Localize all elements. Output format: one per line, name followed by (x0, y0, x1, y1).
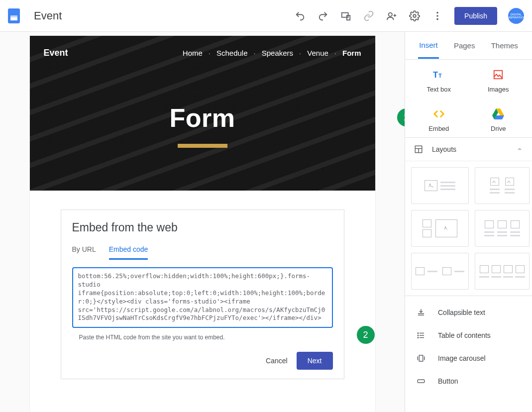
text-box-icon: TT (433, 69, 445, 81)
embed-tab-embed-code[interactable]: Embed code (109, 245, 148, 260)
insert-item-label: Images (488, 86, 509, 93)
svg-point-4 (436, 11, 438, 13)
section-label: Image carousel (438, 354, 486, 362)
account-avatar[interactable]: DIGITAL INSPIRATION (508, 8, 524, 24)
embed-tab-by-url[interactable]: By URL (72, 245, 96, 260)
insert-collapsible-text[interactable]: Collapsible text (405, 301, 532, 324)
page-heading[interactable]: Form (44, 103, 361, 133)
svg-point-6 (436, 18, 438, 20)
section-label: Button (438, 377, 458, 385)
section-label: Table of contents (438, 331, 491, 339)
insert-table-of-contents[interactable]: Table of contents (405, 324, 532, 347)
publish-button[interactable]: Publish (454, 7, 497, 25)
redo-icon[interactable] (317, 10, 329, 22)
collapse-icon[interactable] (516, 146, 523, 153)
cancel-button[interactable]: Cancel (266, 357, 288, 365)
insert-text-box[interactable]: TT Text box (409, 69, 469, 93)
svg-point-17 (445, 227, 446, 228)
nav-link[interactable]: Venue (307, 49, 328, 57)
nav-link[interactable]: Schedule (216, 49, 248, 57)
layouts-icon (414, 145, 423, 154)
insert-embed[interactable]: Embed (409, 108, 469, 132)
insert-item-label: Text box (427, 86, 451, 93)
more-icon[interactable] (431, 10, 443, 22)
layouts-label: Layouts (432, 145, 456, 153)
panel-tab-pages[interactable]: Pages (453, 33, 476, 58)
nav-link-current[interactable]: Form (342, 49, 361, 57)
svg-rect-30 (418, 380, 425, 383)
svg-point-16 (429, 184, 430, 185)
insert-images[interactable]: Images (469, 69, 529, 93)
embed-dialog: Embed from the web By URL Embed code Pas… (61, 209, 344, 379)
button-icon (416, 377, 426, 386)
annotation-badge-1: 1 (397, 108, 405, 126)
heading-underline (178, 144, 227, 148)
svg-text:T: T (438, 73, 442, 79)
insert-sections: Collapsible text Table of contents Image… (405, 296, 532, 398)
page-header[interactable]: Event Home· Schedule· Speakers· Venue· F… (30, 36, 375, 191)
svg-point-25 (418, 335, 419, 336)
document-title[interactable]: Event (34, 9, 62, 22)
svg-point-5 (436, 15, 438, 17)
svg-rect-27 (419, 355, 423, 361)
layout-option[interactable] (411, 253, 469, 290)
insert-image-carousel[interactable]: Image carousel (405, 347, 532, 370)
app-toolbar: Event Publish DIGITAL INSPIRATION (0, 0, 532, 32)
insert-item-label: Embed (428, 125, 449, 132)
next-button[interactable]: Next (297, 352, 333, 370)
embed-icon (433, 108, 445, 120)
collapsible-text-icon (416, 308, 426, 317)
share-icon[interactable] (386, 10, 398, 22)
carousel-icon (416, 354, 426, 363)
nav-link[interactable]: Home (183, 49, 203, 57)
layout-option[interactable] (475, 210, 530, 247)
editor-canvas-area: Event Home· Schedule· Speakers· Venue· F… (0, 32, 405, 412)
image-icon (492, 69, 504, 81)
svg-point-3 (413, 14, 416, 17)
svg-point-26 (418, 337, 419, 338)
link-icon[interactable] (363, 10, 375, 22)
embed-hint-text: Paste the HTML code from the site you wa… (79, 334, 333, 341)
layout-option[interactable] (411, 210, 469, 247)
layout-option[interactable] (411, 167, 469, 204)
layouts-header[interactable]: Layouts (405, 138, 532, 161)
preview-icon[interactable] (340, 10, 352, 22)
panel-tab-themes[interactable]: Themes (490, 33, 519, 58)
toc-icon (416, 331, 426, 340)
embed-dialog-title: Embed from the web (72, 221, 333, 234)
panel-tab-insert[interactable]: Insert (418, 33, 439, 59)
insert-button[interactable]: Button (405, 370, 532, 393)
site-title[interactable]: Event (44, 48, 68, 58)
layouts-grid (405, 161, 532, 296)
nav-link[interactable]: Speakers (262, 49, 293, 57)
insert-drive[interactable]: Drive (469, 108, 529, 132)
app-logo-icon (8, 8, 20, 23)
page-canvas[interactable]: Event Home· Schedule· Speakers· Venue· F… (30, 36, 375, 412)
side-panel: Insert Pages Themes TT Text box Images (405, 32, 532, 412)
section-label: Collapsible text (438, 309, 485, 316)
svg-text:T: T (433, 70, 438, 80)
embed-code-input[interactable] (72, 267, 333, 328)
layout-option[interactable] (475, 167, 530, 204)
site-nav: Home· Schedule· Speakers· Venue· Form (183, 49, 361, 57)
drive-icon (492, 108, 504, 120)
undo-icon[interactable] (294, 10, 306, 22)
svg-point-24 (418, 333, 419, 334)
annotation-badge-2: 2 (357, 326, 375, 344)
insert-item-label: Drive (491, 125, 506, 132)
svg-point-2 (389, 12, 392, 16)
settings-icon[interactable] (409, 10, 421, 22)
layout-option[interactable] (475, 253, 530, 290)
